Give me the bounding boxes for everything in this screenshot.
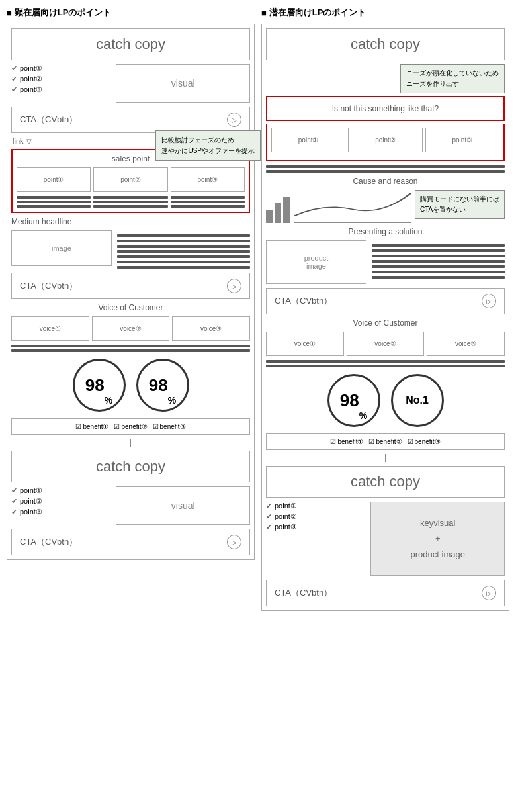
right-needs-annotation: ニーズが顕在化していないためニーズを作り出す [400,64,505,93]
text-line [117,255,250,258]
left-hero-section: ✔ point① ✔ point② ✔ point③ visu [11,64,250,103]
left-cta-play-2[interactable]: ▷ [227,279,241,293]
text-line [117,266,250,269]
right-keyvisual-box: keyvisual + product image [370,502,505,576]
left-separator-line [130,439,131,447]
text-line [372,255,505,257]
check-icon-5: ✔ [11,497,17,506]
left-cta-play-3[interactable]: ▷ [227,535,241,549]
checkbox-icon-r3: ☑ [408,438,413,445]
left-voice-card-3: voice③ [172,316,250,341]
right-cta-row-1[interactable]: CTA（CVbtn） ▷ [266,288,505,314]
right-cta-row-3[interactable]: CTA（CVbtn） ▷ [266,580,505,606]
left-visual-text: visual [171,78,195,89]
text-line [117,250,250,253]
text-line [117,234,250,237]
right-lines-1 [266,165,505,173]
left-point-2: ✔ point② [11,75,110,83]
right-presenting-title: Presenting a solution [266,227,505,236]
left-point-card-1: point① [17,167,91,192]
page: 顕在層向けLPのポイント catch copy ✔ point① [0,0,516,621]
left-visual-box-2: visual [116,486,250,525]
text-line [17,205,91,208]
left-benefit-label-2: benefit② [121,423,147,430]
right-cause-title: Cause and reason [266,177,505,186]
left-benefit-2: ☑ benefit② [114,423,147,430]
right-product-image-text: product image [304,254,329,270]
right-point-4: ✔ point① [266,502,365,510]
checkbox-icon-r1: ☑ [330,438,336,445]
text-line [372,244,505,247]
right-cta-play-3[interactable]: ▷ [482,586,496,600]
left-image-box: image [11,230,112,266]
text-line [93,196,167,199]
left-benefit-1: ☑ benefit① [75,423,108,430]
text-line [266,360,505,363]
left-cta-play-1[interactable]: ▷ [227,113,241,127]
right-image-content-row: product image [266,240,505,284]
text-line [11,349,250,352]
right-points-list-2: ✔ point① ✔ point② ✔ point③ [266,502,365,531]
text-line [266,365,505,367]
right-point-card-2: point② [348,128,422,152]
left-point-1: ✔ point① [11,64,110,73]
check-icon-6: ✔ [11,508,17,516]
left-medium-headline: Medium headline [11,217,250,226]
right-benefit-1: ☑ benefit① [330,438,363,445]
left-annotation-1: 比較検討フェーズのため速やかにUSPやオファーを提示 [155,130,261,161]
left-cta-row-2[interactable]: CTA（CVbtn） ▷ [11,273,250,299]
left-cta-row-1[interactable]: CTA（CVbtn） ▷ [11,107,250,133]
down-arrow-icon: ▽ [26,138,32,145]
right-lp-frame: catch copy ニーズが顕在化していないためニーズを作り出す Is not… [261,24,509,611]
text-line [266,170,505,173]
left-visual-box: visual [116,64,250,103]
left-cta-text-1: CTA（CVbtn） [20,114,77,126]
left-catch-copy-text: catch copy [96,36,165,52]
checkbox-icon-1: ☑ [75,423,81,430]
left-image-label: image [52,244,71,252]
right-chart-curve [294,190,411,223]
right-point-card-1: point① [271,128,345,152]
right-catch-copy-block-2: catch copy [266,466,505,498]
check-icon-r6: ✔ [266,523,272,531]
left-cta-row-3[interactable]: CTA（CVbtn） ▷ [11,529,250,555]
chart-bar-3 [283,197,290,223]
text-line [17,201,91,203]
text-line [372,276,505,279]
right-header-text: 潜在層向けLPのポイント [269,7,366,19]
left-point-1-label: point① [20,64,42,73]
right-point-5: ✔ point② [266,512,365,521]
text-line [266,165,505,168]
left-benefit-label-3: benefit③ [160,423,186,430]
left-point-4: ✔ point① [11,486,110,495]
left-benefit-row: ☑ benefit① ☑ benefit② ☑ benefit③ [11,418,250,435]
right-benefit-row: ☑ benefit① ☑ benefit② ☑ benefit③ [266,433,505,450]
left-cta-text-2: CTA（CVbtn） [20,280,77,292]
right-benefit-label-1: benefit① [337,438,363,445]
right-point-6: ✔ point③ [266,523,365,531]
left-catch-copy-text-2: catch copy [96,458,165,474]
right-point-4-label: point① [275,502,297,510]
right-keyvisual-text: keyvisual + product image [411,518,465,559]
right-cta-play-1[interactable]: ▷ [482,294,496,308]
right-benefit-label-2: benefit② [376,438,402,445]
left-cta-text-3: CTA（CVbtn） [20,536,77,548]
left-point-5: ✔ point② [11,497,110,506]
left-voc-section: Voice of Customer voice① voice② voice③ [11,303,250,341]
left-stat-circle-2: 98 % [136,359,189,412]
left-text-col-3 [171,196,245,208]
checkbox-icon-r2: ☑ [368,438,374,445]
left-column: 顕在層向けLPのポイント catch copy ✔ point① [7,7,255,615]
left-text-col-2 [93,196,167,208]
check-icon-r5: ✔ [266,512,272,521]
check-icon-r4: ✔ [266,502,272,510]
left-separator-lines [11,345,250,352]
left-text-col-1 [17,196,91,208]
right-point-card-3: point③ [425,128,499,152]
right-no-cta-annotation: 購買モードにない前半にはCTAを置かない [415,190,505,219]
right-separator [262,454,509,462]
check-icon-1: ✔ [11,64,17,73]
right-stats-row: 98 % No.1 [266,374,505,427]
check-icon-4: ✔ [11,486,17,495]
left-text-lines-row [17,196,245,208]
